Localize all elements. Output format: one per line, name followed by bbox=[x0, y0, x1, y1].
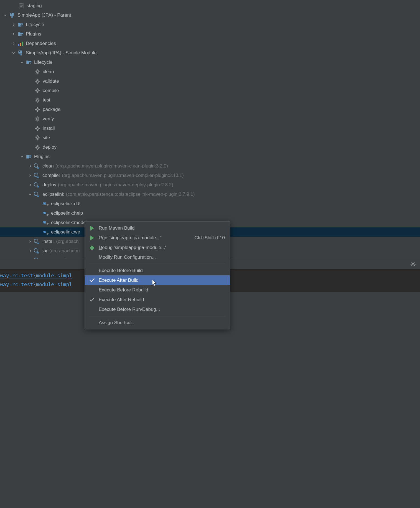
maven-plugin-icon: m bbox=[34, 248, 40, 254]
svg-line-19 bbox=[39, 73, 39, 73]
plugin-eclipselink-coord: (com.ethlo.persistence.tools:eclipselink… bbox=[66, 192, 195, 197]
el-goal-help-label: eclipselink:help bbox=[51, 210, 83, 216]
context-menu: Run Maven Build Run 'simpleapp-jpa-modul… bbox=[85, 221, 230, 329]
svg-text:m: m bbox=[43, 201, 46, 205]
chevron-right-icon[interactable] bbox=[27, 172, 33, 179]
plugin-eclipselink-row[interactable]: m eclipselink (com.ethlo.persistence.too… bbox=[0, 190, 420, 199]
chevron-down-icon[interactable] bbox=[11, 50, 17, 56]
checkbox-icon[interactable] bbox=[19, 3, 24, 8]
goal-validate-row[interactable]: validate bbox=[0, 77, 420, 86]
svg-text:m: m bbox=[37, 166, 39, 169]
ctx-run-module-shortcut: Ctrl+Shift+F10 bbox=[194, 235, 225, 241]
goal-verify-row[interactable]: verify bbox=[0, 114, 420, 124]
ctx-exec-after-rebuild[interactable]: Execute After Rebuild bbox=[85, 295, 230, 304]
module-lifecycle-label: Lifecycle bbox=[34, 60, 52, 65]
chevron-right-icon[interactable] bbox=[11, 31, 17, 37]
svg-line-74 bbox=[36, 129, 36, 130]
project-parent-row[interactable]: m SimpleApp (JPA) - Parent bbox=[0, 11, 420, 20]
chevron-down-icon[interactable] bbox=[19, 59, 25, 65]
goal-site-row[interactable]: site bbox=[0, 133, 420, 143]
svg-line-128 bbox=[90, 248, 91, 249]
svg-rect-8 bbox=[22, 42, 23, 46]
module-plugins-row[interactable]: Plugins bbox=[0, 152, 420, 161]
maven-goal-icon: m bbox=[43, 210, 49, 216]
plugins-folder-icon bbox=[26, 154, 32, 160]
plugin-deploy-coord: (org.apache.maven.plugins:maven-deploy-p… bbox=[58, 182, 173, 188]
blank-icon bbox=[89, 254, 95, 261]
svg-text:m: m bbox=[43, 229, 46, 234]
gear-icon bbox=[34, 69, 40, 75]
svg-line-92 bbox=[36, 148, 36, 149]
bug-icon bbox=[89, 244, 95, 251]
goal-verify-label: verify bbox=[43, 116, 54, 122]
svg-point-115 bbox=[412, 263, 414, 265]
blank-icon bbox=[89, 287, 95, 293]
module-lifecycle-row[interactable]: Lifecycle bbox=[0, 58, 420, 67]
ctx-run-maven-build[interactable]: Run Maven Build bbox=[85, 223, 230, 233]
ctx-debug-module[interactable]: Debug 'simpleapp-jpa-module...' bbox=[85, 243, 230, 252]
svg-rect-101 bbox=[47, 204, 49, 205]
plugin-clean-row[interactable]: m clean (org.apache.maven.plugins:maven-… bbox=[0, 161, 420, 171]
svg-point-40 bbox=[37, 99, 39, 101]
svg-line-56 bbox=[36, 111, 36, 111]
ctx-debug-module-label: Debug 'simpleapp-jpa-module...' bbox=[99, 245, 225, 250]
chevron-down-icon[interactable] bbox=[27, 191, 33, 197]
check-icon bbox=[89, 277, 95, 284]
chevron-down-icon[interactable] bbox=[19, 154, 25, 160]
chevron-right-icon[interactable] bbox=[27, 182, 33, 188]
chevron-right-icon[interactable] bbox=[11, 40, 17, 47]
goal-deploy-label: deploy bbox=[43, 144, 57, 150]
svg-point-22 bbox=[37, 80, 39, 82]
ctx-exec-before-rebuild[interactable]: Execute Before Rebuild bbox=[85, 285, 230, 295]
svg-line-48 bbox=[39, 98, 39, 99]
svg-text:m: m bbox=[11, 16, 14, 18]
gear-icon bbox=[34, 97, 40, 103]
svg-line-29 bbox=[36, 82, 36, 83]
profile-staging-label: staging bbox=[27, 3, 42, 9]
ctx-exec-before-run-debug[interactable]: Execute Before Run/Debug... bbox=[85, 304, 230, 314]
svg-rect-6 bbox=[18, 44, 19, 46]
ctx-modify-run-config[interactable]: Modify Run Configuration... bbox=[85, 252, 230, 262]
el-goal-help-row[interactable]: m eclipselink:help bbox=[0, 209, 420, 218]
plugin-compiler-row[interactable]: m compiler (org.apache.maven.plugins:mav… bbox=[0, 171, 420, 180]
svg-line-21 bbox=[39, 70, 39, 71]
plugin-jar-coord: (org.apache.m bbox=[49, 248, 80, 254]
goal-compile-row[interactable]: compile bbox=[0, 86, 420, 95]
chevron-right-icon[interactable] bbox=[27, 248, 33, 254]
svg-text:m: m bbox=[43, 210, 46, 215]
ctx-exec-after-build[interactable]: Execute After Build bbox=[85, 275, 230, 285]
svg-line-90 bbox=[36, 146, 36, 146]
goal-package-label: package bbox=[43, 107, 60, 112]
goal-clean-row[interactable]: clean bbox=[0, 67, 420, 77]
plugin-deploy-row[interactable]: m deploy (org.apache.maven.plugins:maven… bbox=[0, 180, 420, 190]
svg-rect-111 bbox=[47, 234, 48, 235]
svg-line-93 bbox=[39, 146, 39, 146]
chevron-right-icon[interactable] bbox=[27, 238, 33, 245]
plugins-row[interactable]: Plugins bbox=[0, 29, 420, 39]
module-simple-row[interactable]: m SimpleApp (JPA) - Simple Module bbox=[0, 48, 420, 58]
ctx-assign-shortcut[interactable]: Assign Shortcut... bbox=[85, 318, 230, 327]
settings-gear-icon[interactable] bbox=[410, 261, 416, 267]
gear-icon bbox=[34, 78, 40, 84]
ctx-exec-before-run-debug-label: Execute Before Run/Debug... bbox=[99, 307, 225, 312]
goal-test-row[interactable]: test bbox=[0, 95, 420, 105]
el-goal-ddl-row[interactable]: m eclipselink:ddl bbox=[0, 199, 420, 209]
svg-line-63 bbox=[36, 117, 36, 118]
goal-install-row[interactable]: install bbox=[0, 124, 420, 133]
ctx-exec-before-build[interactable]: Execute Before Build bbox=[85, 266, 230, 275]
module-plugins-label: Plugins bbox=[34, 154, 50, 159]
svg-rect-107 bbox=[47, 223, 49, 224]
ctx-run-module[interactable]: Run 'simpleapp-jpa-module...' Ctrl+Shift… bbox=[85, 233, 230, 243]
maven-plugin-icon: m bbox=[34, 172, 40, 179]
profile-staging-row[interactable]: staging bbox=[0, 1, 420, 11]
goal-package-row[interactable]: package bbox=[0, 105, 420, 114]
goal-deploy-row[interactable]: deploy bbox=[0, 143, 420, 152]
chevron-right-icon[interactable] bbox=[27, 163, 33, 169]
svg-line-130 bbox=[91, 245, 91, 246]
dependencies-row[interactable]: Dependencies bbox=[0, 39, 420, 48]
blank-icon bbox=[89, 306, 95, 313]
chevron-down-icon[interactable] bbox=[2, 12, 8, 18]
svg-point-85 bbox=[37, 146, 39, 148]
chevron-right-icon[interactable] bbox=[11, 22, 17, 28]
lifecycle-row[interactable]: Lifecycle bbox=[0, 20, 420, 29]
